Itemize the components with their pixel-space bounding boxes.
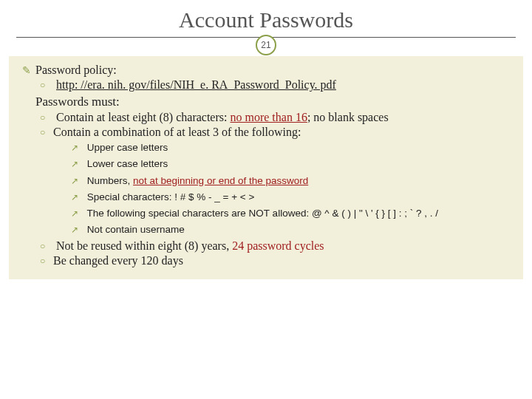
- page-number-badge: 21: [256, 35, 276, 55]
- policy-link-row: http: //era. nih. gov/files/NIH_e. RA_Pa…: [16, 78, 516, 92]
- policy-heading: Password policy:: [16, 64, 516, 77]
- sub-numbers-text-b: not at beginning or end of the password: [133, 175, 308, 186]
- sub-numbers: Numbers, not at beginning or end of the …: [16, 174, 516, 188]
- content-body: Password policy: http: //era. nih. gov/f…: [9, 56, 523, 279]
- rule-reuse-text-b: 24 password cycles: [232, 239, 324, 252]
- sub-lower-case: Lower case letters: [16, 157, 516, 171]
- passwords-must-heading: Passwords must:: [16, 95, 516, 109]
- rule-length-text-a: Contain at least eight (8) characters:: [56, 111, 230, 123]
- rule-length-text-c: ; no blank spaces: [307, 111, 389, 123]
- slide-title: Account Passwords: [0, 0, 532, 37]
- rule-change-days: Be changed every 120 days: [16, 254, 516, 267]
- title-rule-block: 21: [0, 37, 532, 53]
- sub-special-not-allowed-text: The following special characters are NOT…: [87, 208, 439, 219]
- sub-not-username-text: Not contain username: [87, 224, 185, 235]
- slide: Account Passwords 21 Password policy: ht…: [0, 0, 532, 399]
- rule-reuse: Not be reused within eight (8) years, 24…: [16, 239, 516, 253]
- rule-length-text-b: no more than 16: [230, 111, 307, 123]
- rule-combination: Contain a combination of at least 3 of t…: [16, 126, 516, 139]
- sub-upper-case-text: Upper case letters: [87, 142, 168, 153]
- sub-lower-case-text: Lower case letters: [87, 158, 168, 169]
- sub-special-allowed-text: Special characters: ! # $ % - _ = + < >: [87, 191, 255, 202]
- sub-numbers-text-a: Numbers,: [87, 175, 133, 186]
- policy-link[interactable]: http: //era. nih. gov/files/NIH_e. RA_Pa…: [56, 78, 336, 91]
- sub-special-not-allowed: The following special characters are NOT…: [16, 206, 516, 221]
- rule-reuse-text-a: Not be reused within eight (8) years,: [56, 239, 232, 252]
- rule-length: Contain at least eight (8) characters: n…: [16, 111, 516, 124]
- sub-special-allowed: Special characters: ! # $ % - _ = + < >: [16, 190, 516, 205]
- sub-upper-case: Upper case letters: [16, 140, 516, 155]
- sub-not-username: Not contain username: [16, 222, 516, 237]
